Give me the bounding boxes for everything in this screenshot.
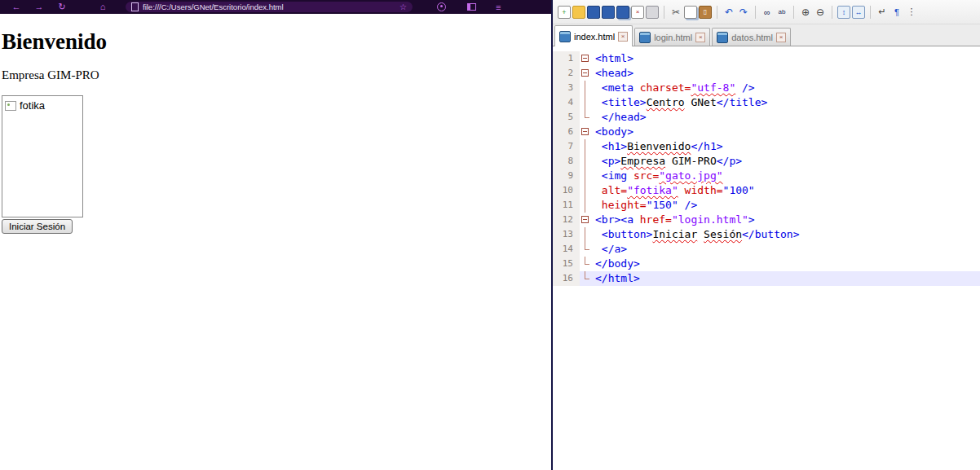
code-token: </h1> <box>691 140 722 152</box>
save-icon[interactable] <box>587 6 600 19</box>
editor-line: 7 <h1>Bienvenido</h1> <box>553 139 980 154</box>
code-token: </body> <box>595 257 640 270</box>
code-token: "150" <box>647 199 678 211</box>
editor-line: 4 <title>Centro GNet</title> <box>553 95 980 110</box>
code-token: height= <box>602 199 647 211</box>
fold-marker[interactable] <box>580 66 592 81</box>
tab-close-icon[interactable]: × <box>618 32 628 42</box>
fold-marker <box>580 242 592 257</box>
login-button[interactable]: Iniciar Sesión <box>2 219 73 234</box>
code-token: </a> <box>602 243 627 255</box>
code-line: </a> <box>592 242 980 257</box>
line-number: 4 <box>553 95 580 110</box>
code-editor[interactable]: 1<html>2<head>3 <meta charset="utf-8" />… <box>553 46 980 470</box>
back-icon[interactable]: ← <box>5 0 28 14</box>
editor-line: 1<html> <box>553 51 980 66</box>
code-line: <head> <box>592 66 980 81</box>
toolbar-separator <box>870 6 871 19</box>
code-token <box>595 96 602 108</box>
tab-label: login.html <box>654 33 692 42</box>
page-icon <box>131 2 139 11</box>
code-token: <h1> <box>602 140 627 152</box>
code-line: <html> <box>592 51 980 66</box>
line-number: 2 <box>553 66 580 81</box>
code-token: width= <box>678 184 723 196</box>
fold-marker[interactable] <box>580 51 592 66</box>
code-token: GNet <box>685 96 717 108</box>
line-number: 10 <box>553 183 580 198</box>
file-icon <box>559 31 571 42</box>
tab-label: index.html <box>574 32 615 42</box>
tab-index.html[interactable]: index.html× <box>554 25 633 46</box>
code-token: /> <box>735 81 754 94</box>
tab-datos.html[interactable]: datos.html× <box>712 28 791 46</box>
editor-toolbar: +×✂▯↶↷∞ab⊕⊖↕↔↵¶⋮ <box>553 0 980 24</box>
redo-icon[interactable]: ↷ <box>737 6 750 19</box>
new-file-icon[interactable]: + <box>558 6 571 19</box>
code-line: <button>Iniciar Sesión</button> <box>592 227 980 242</box>
line-number: 9 <box>553 169 580 183</box>
cut-icon[interactable]: ✂ <box>669 6 682 19</box>
fold-marker <box>580 198 592 213</box>
broken-image: fotika <box>2 95 83 217</box>
undo-icon[interactable]: ↶ <box>722 6 735 19</box>
fold-marker[interactable] <box>580 213 592 227</box>
code-token: > <box>748 213 755 226</box>
line-number: 8 <box>553 154 580 169</box>
file-icon <box>717 32 728 43</box>
open-folder-icon[interactable] <box>572 6 585 19</box>
save-as-icon[interactable] <box>602 6 615 19</box>
forward-icon[interactable]: → <box>28 0 51 14</box>
fold-marker <box>580 169 592 183</box>
indent-guide-icon[interactable]: ⋮ <box>905 6 918 19</box>
word-wrap-icon[interactable]: ↵ <box>876 6 889 19</box>
code-token <box>595 111 602 123</box>
editor-line: 6<body> <box>553 125 980 139</box>
code-line: <br><a href="login.html"> <box>592 213 980 227</box>
code-line: alt="fotika" width="100" <box>592 183 980 198</box>
bookmark-star-icon[interactable]: ☆ <box>400 2 407 11</box>
code-token: href= <box>633 213 672 226</box>
save-all-icon[interactable] <box>616 6 629 19</box>
menu-icon[interactable]: ≡ <box>496 2 501 12</box>
editor-line: 12<br><a href="login.html"> <box>553 213 980 227</box>
tab-close-icon[interactable]: × <box>695 33 705 42</box>
home-icon[interactable]: ⌂ <box>91 0 114 14</box>
show-all-characters-icon[interactable]: ¶ <box>890 6 903 19</box>
sync-horizontal-scroll-icon[interactable]: ↔ <box>852 6 865 19</box>
editor-line: 8 <p>Empresa GIM-PRO</p> <box>553 154 980 169</box>
toolbar-separator <box>755 6 756 19</box>
editor-line: 14 </a> <box>553 242 980 257</box>
code-token: <p> <box>602 155 620 167</box>
print-icon[interactable] <box>646 6 659 19</box>
code-token <box>697 228 704 240</box>
code-token: alt= <box>602 184 627 196</box>
replace-icon[interactable]: ab <box>775 6 788 19</box>
reload-icon[interactable]: ↻ <box>51 0 73 14</box>
close-file-icon[interactable]: × <box>631 6 644 19</box>
copy-icon[interactable] <box>684 6 697 19</box>
code-token: <body> <box>595 125 633 138</box>
code-token: <html> <box>595 52 633 64</box>
zoom-in-icon[interactable]: ⊕ <box>799 6 812 19</box>
fold-marker <box>580 81 592 95</box>
url-bar[interactable]: file:///C:/Users/GNet/Escritorio/index.h… <box>126 2 413 12</box>
paste-icon[interactable]: ▯ <box>699 6 712 19</box>
sync-vertical-scroll-icon[interactable]: ↕ <box>837 6 850 19</box>
code-line: <title>Centro GNet</title> <box>592 95 980 110</box>
sidebar-icon[interactable] <box>467 3 476 11</box>
code-line: </html> <box>592 271 980 286</box>
tab-login.html[interactable]: login.html× <box>634 28 710 46</box>
zoom-out-icon[interactable]: ⊖ <box>814 6 827 19</box>
tab-close-icon[interactable]: × <box>776 33 786 42</box>
line-number: 15 <box>553 257 580 271</box>
code-token: <button> <box>602 228 653 240</box>
find-icon[interactable]: ∞ <box>761 6 774 19</box>
code-token <box>595 243 602 255</box>
fold-marker[interactable] <box>580 125 592 139</box>
account-icon[interactable] <box>437 2 446 11</box>
browser-window: ← → ↻ ⌂ file:///C:/Users/GNet/Escritorio… <box>0 0 551 470</box>
code-token: <br><a <box>595 213 633 226</box>
line-number: 14 <box>553 242 580 257</box>
code-token <box>595 228 602 240</box>
